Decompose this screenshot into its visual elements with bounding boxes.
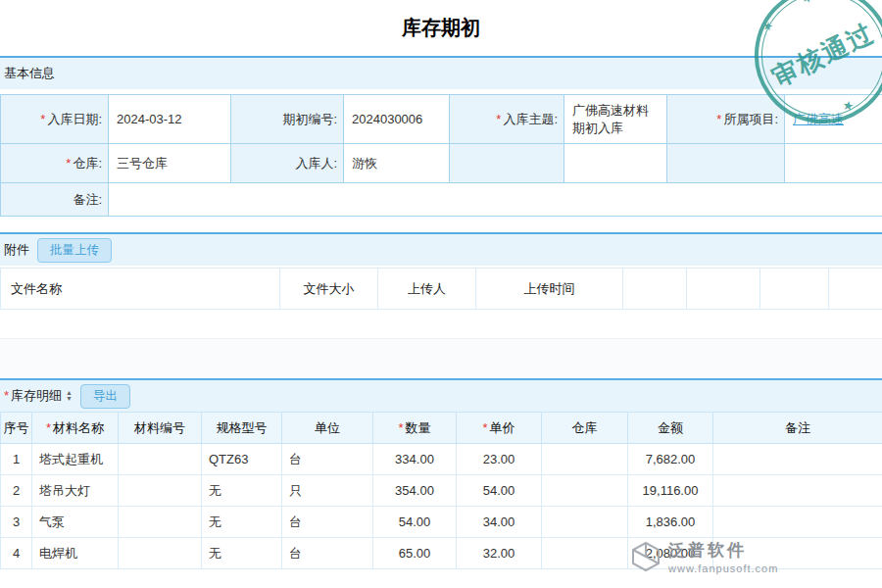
brand-url: www.fanpusoft.com — [668, 563, 778, 574]
warehouse-label: *仓库: — [1, 144, 109, 183]
empty-label-cell — [450, 144, 564, 183]
cell-remark — [713, 507, 882, 538]
attachments-empty-body — [0, 310, 882, 339]
cell-material-code — [119, 444, 202, 475]
section-attachments: 附件 批量上传 文件名称 文件大小 上传人 上传时间 — [0, 232, 882, 378]
export-button[interactable]: 导出 — [80, 384, 130, 409]
project-label: *所属项目: — [667, 95, 785, 144]
in-person-label: 入库人: — [231, 144, 344, 183]
cell-spec: 无 — [202, 475, 282, 507]
col-header-amount: 金额 — [628, 413, 713, 444]
col-header-qty: *数量 — [373, 413, 457, 444]
cell-qty: 65.00 — [373, 538, 457, 569]
cell-material-name: 气泵 — [32, 507, 119, 538]
cell-amount: 7,682.00 — [628, 444, 713, 475]
in-date-label: *入库日期: — [1, 95, 109, 144]
table-row: 3 气泵 无 台 54.00 34.00 1,836.00 — [1, 507, 882, 538]
col-header-upload-time: 上传时间 — [476, 269, 623, 310]
cell-warehouse — [542, 507, 628, 538]
cell-warehouse — [542, 538, 628, 569]
cell-material-name: 塔吊大灯 — [32, 475, 119, 507]
col-header-file-name: 文件名称 — [1, 269, 280, 310]
cell-material-code — [119, 507, 202, 538]
col-header-spec: 规格型号 — [202, 413, 282, 444]
project-value-cell: 广佛高速 — [785, 95, 882, 144]
batch-upload-button[interactable]: 批量上传 — [37, 238, 112, 263]
col-header-uploader: 上传人 — [378, 269, 476, 310]
cell-seq: 2 — [1, 475, 32, 507]
col-header-remark: 备注 — [713, 413, 882, 444]
cell-remark — [713, 475, 882, 507]
cell-price: 34.00 — [457, 507, 542, 538]
cell-unit: 台 — [282, 507, 373, 538]
cell-spec: QTZ63 — [202, 444, 282, 475]
cell-seq: 4 — [1, 538, 32, 569]
cell-qty: 334.00 — [373, 444, 457, 475]
fanpu-logo: 泛普软件 www.fanpusoft.com — [629, 539, 778, 574]
cell-amount: 19,116.00 — [628, 475, 713, 507]
cell-seq: 3 — [1, 507, 32, 538]
table-row: 2 塔吊大灯 无 只 354.00 54.00 19,116.00 — [1, 475, 882, 507]
empty-header-cell — [829, 269, 882, 310]
cell-spec: 无 — [202, 538, 282, 569]
cell-warehouse — [542, 444, 628, 475]
cell-spec: 无 — [202, 507, 282, 538]
attachments-title: 附件 — [4, 241, 29, 259]
basic-info-title: 基本信息 — [4, 65, 55, 82]
col-header-file-size: 文件大小 — [280, 269, 378, 310]
cell-price: 54.00 — [457, 475, 542, 507]
cell-price: 23.00 — [457, 444, 542, 475]
cell-seq: 1 — [1, 444, 32, 475]
page-title: 库存期初 — [0, 0, 882, 56]
cell-qty: 54.00 — [373, 507, 457, 538]
cell-unit: 台 — [282, 538, 373, 569]
in-subject-value: 广佛高速材料期初入库 — [564, 95, 667, 144]
in-date-value: 2024-03-12 — [109, 95, 231, 144]
detail-title: *库存明细 — [4, 387, 62, 405]
in-subject-label: *入库主题: — [450, 95, 564, 144]
initial-no-value: 2024030006 — [344, 95, 450, 144]
cell-warehouse — [542, 475, 628, 507]
cell-unit: 台 — [282, 444, 373, 475]
col-header-material-name: *材料名称 — [32, 413, 119, 444]
warehouse-value: 三号仓库 — [109, 144, 231, 183]
sort-toggle-icon[interactable]: ▲ ▼ — [66, 390, 73, 402]
brand-name: 泛普软件 — [668, 539, 778, 562]
basic-info-table: *入库日期: 2024-03-12 期初编号: 2024030006 *入库主题… — [0, 94, 882, 217]
attachments-table: 文件名称 文件大小 上传人 上传时间 — [0, 268, 882, 310]
empty-header-cell — [687, 269, 760, 310]
empty-label-cell — [667, 144, 785, 183]
initial-no-label: 期初编号: — [231, 95, 344, 144]
section-detail-band: *库存明细 ▲ ▼ 导出 — [0, 378, 882, 412]
empty-value-cell — [785, 144, 882, 183]
in-person-value: 游恢 — [344, 144, 450, 183]
col-header-price: *单价 — [457, 413, 542, 444]
col-header-warehouse: 仓库 — [542, 413, 628, 444]
remark-value — [109, 183, 882, 217]
page: 库存期初 审核通过 ★ ★ ★ 基本信息 *入库日期: 2024-03-12 期… — [0, 0, 882, 569]
empty-value-cell — [564, 144, 667, 183]
table-row: 1 塔式起重机 QTZ63 台 334.00 23.00 7,682.00 — [1, 444, 882, 475]
cell-material-name: 电焊机 — [32, 538, 119, 569]
cell-qty: 354.00 — [373, 475, 457, 507]
attachments-band: 附件 批量上传 — [0, 232, 882, 266]
empty-header-cell — [760, 269, 829, 310]
cell-material-code — [119, 538, 202, 569]
empty-header-cell — [623, 269, 687, 310]
col-header-material-code: 材料编号 — [119, 413, 202, 444]
col-header-unit: 单位 — [282, 413, 373, 444]
sort-down-icon: ▼ — [66, 396, 73, 402]
cell-amount: 1,836.00 — [628, 507, 713, 538]
cell-unit: 只 — [282, 475, 373, 507]
cell-price: 32.00 — [457, 538, 542, 569]
col-header-seq: 序号 — [1, 413, 32, 444]
cell-material-name: 塔式起重机 — [32, 444, 119, 475]
cell-material-code — [119, 475, 202, 507]
fanpu-logo-icon — [629, 540, 662, 573]
section-basic-info-band: 基本信息 — [0, 56, 882, 89]
cell-remark — [713, 444, 882, 475]
section-gap — [0, 339, 882, 378]
detail-header-row: 序号 *材料名称 材料编号 规格型号 单位 *数量 *单价 仓库 金额 备注 — [1, 413, 882, 444]
remark-label: 备注: — [1, 183, 109, 217]
project-link[interactable]: 广佛高速 — [793, 112, 844, 126]
